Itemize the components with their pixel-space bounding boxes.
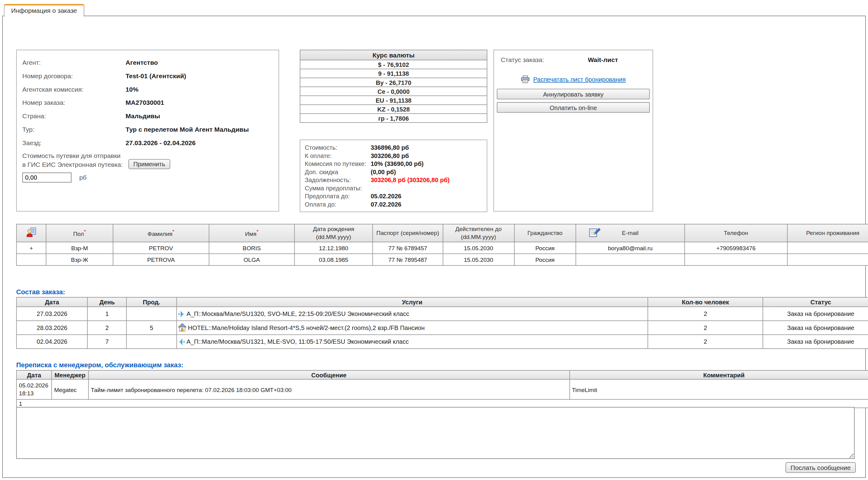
debt-label: Задолженность: (305, 177, 371, 183)
tourist-email: borya80@mail.ru (576, 242, 685, 253)
eis-cost-label: Стоимость путевки для отправки в ГИС ЕИС… (22, 152, 123, 169)
tourist-passport: 77 № 7895487 (373, 253, 443, 265)
currency-rates-panel: Курс валюты $ - 76,9102 9 - 91,1138 By -… (300, 50, 487, 123)
tourist-passport: 77 № 6789457 (373, 242, 443, 253)
message-comment: TimeLimit (569, 380, 868, 400)
tourists-header-birthdate: Дата рождения (dd.MM.yyyy) (294, 224, 373, 242)
currency-rate: EU - 91,1138 (300, 96, 487, 104)
edit-tourists-icon[interactable] (589, 227, 601, 241)
currency-rate: $ - 76,9102 (300, 60, 487, 69)
apply-button[interactable]: Применить (128, 159, 170, 169)
agent-value: Агентство (126, 59, 158, 66)
prepayment-due-value: 05.02.2026 (371, 193, 401, 200)
tourist-citizenship: Россия (514, 242, 576, 253)
print-booking-sheet-link[interactable]: Распечатать лист бронирования (533, 76, 626, 83)
tourist-surname: PETROVA (113, 253, 209, 265)
currency-rate: By - 26,7170 (300, 78, 487, 87)
service-date: 28.03.2026 (17, 321, 88, 335)
message-date: 05.02.2026 18:13 (17, 380, 52, 400)
service-description: А_П::Москва/Мале/SU1320, SVO-MLE, 22:15-… (187, 310, 409, 317)
cancel-request-button[interactable]: Аннулировать заявку (497, 89, 650, 99)
tour-value: Тур с перелетом Мой Агент Мальдивы (126, 126, 249, 133)
cost-panel: Стоимость:336896,80 рб К оплате:303206,8… (300, 140, 487, 212)
tourists-header-citizenship: Гражданство (514, 224, 576, 242)
order-header-status: Статус (763, 297, 868, 307)
order-header-date: Дата (17, 297, 88, 307)
extra-discount-label: Доп. скидка (305, 168, 371, 175)
payment-due-label: Оплата до: (305, 201, 371, 207)
debt-value: 303206,8 рб (303206,80 рб) (371, 177, 450, 183)
service-row: 02.04.2026 7 ✈ А_П::Мале/Москва/SU1321, … (17, 335, 868, 349)
tourist-row: Взр-Ж PETROVA OLGA 03.08.1985 77 № 78954… (17, 253, 868, 265)
arrival-label: Заезд: (22, 140, 126, 146)
order-composition-table: Дата День Прод. Услуги Кол-во человек Ст… (16, 297, 868, 349)
order-composition-title: Состав заказа: (16, 288, 65, 296)
messages-header-comment: Комментарий (569, 370, 868, 379)
arrival-value: 27.03.2026 - 02.04.2026 (126, 140, 195, 146)
prepayment-due-label: Предоплата до: (305, 193, 371, 200)
voucher-commission-value: 10% (33690,00 рб) (371, 160, 424, 167)
tourist-expand-toggle[interactable]: + (17, 242, 46, 253)
printer-icon (521, 76, 533, 83)
service-people-count: 2 (648, 335, 763, 349)
service-day: 2 (88, 321, 127, 335)
service-status: Заказ на бронирование (763, 307, 868, 321)
tourist-person-icon (26, 232, 37, 238)
currency-rate: 9 - 91,1138 (300, 69, 487, 78)
message-row: 05.02.2026 18:13 Megatec Тайм-лимит забр… (17, 380, 868, 400)
new-message-textarea[interactable] (16, 407, 855, 459)
service-duration: 5 (126, 321, 176, 335)
commission-label: Агентская комиссия: (22, 86, 126, 93)
tourist-valid-until: 15.05.2030 (443, 253, 514, 265)
service-people-count: 2 (648, 307, 763, 321)
service-row: 27.03.2026 1 ✈ А_П::Москва/Мале/SU1320, … (17, 307, 868, 321)
to-pay-value: 303206,80 рб (371, 152, 409, 159)
tourist-valid-until: 15.05.2030 (443, 242, 514, 253)
tab-order-info[interactable]: Информация о заказе (4, 4, 84, 17)
eis-cost-input[interactable] (22, 173, 71, 183)
messages-table: Дата Менеджер Сообщение Комментарий 05.0… (16, 370, 868, 408)
tour-label: Тур: (22, 126, 126, 133)
plane-departure-icon: ✈ (178, 309, 185, 318)
voucher-commission-label: Комиссия по путевке: (305, 160, 371, 167)
currency-rate: Ce - 0,0000 (300, 87, 487, 96)
tourists-header-passport: Паспорт (серия/номер) (373, 224, 443, 242)
pay-online-button[interactable]: Оплатить on-line (497, 102, 650, 113)
message-manager: Megatec (52, 380, 88, 400)
service-people-count: 2 (648, 321, 763, 335)
currency-suffix-label: рб (79, 174, 87, 181)
tourist-birthdate: 12.12.1980 (294, 242, 373, 253)
tourist-name: OLGA (209, 253, 294, 265)
hotel-icon (178, 323, 186, 332)
prepayment-sum-label: Сумма предоплаты: (305, 184, 371, 191)
messages-pager[interactable]: 1 (17, 399, 868, 408)
order-header-services: Услуги (177, 297, 648, 307)
cost-label: Стоимость: (305, 144, 371, 151)
tourist-expand-toggle[interactable] (17, 253, 46, 265)
tourist-name: BORIS (209, 242, 294, 253)
order-status-badge: Wait-лист (588, 57, 618, 63)
main-frame: Агент:Агентство Номер договора:Test-01 (… (2, 16, 866, 478)
country-value: Мальдивы (126, 113, 160, 119)
order-number-label: Номер заказа: (22, 99, 126, 106)
currency-rate: гр - 1,7806 (300, 114, 487, 122)
agent-panel: Агент:Агентство Номер договора:Test-01 (… (16, 50, 279, 212)
tourist-birthdate: 03.08.1985 (294, 253, 373, 265)
tourists-header-region: Регион проживания (787, 224, 868, 242)
tourists-table: Пол* Фамилия* Имя* Дата рождения (dd.MM.… (16, 224, 868, 266)
messages-header-message: Сообщение (88, 370, 569, 379)
tourist-email (576, 253, 685, 265)
to-pay-label: К оплате: (305, 152, 371, 159)
tourist-row: + Взр-М PETROV BORIS 12.12.1980 77 № 678… (17, 242, 868, 253)
tourist-phone (685, 253, 787, 265)
tourists-header-valid-until: Действителен до (dd.MM.yyyy) (443, 224, 514, 242)
payment-due-value: 07.02.2026 (371, 201, 401, 207)
contract-label: Номер договора: (22, 73, 126, 80)
tourist-surname: PETROV (113, 242, 209, 253)
tourist-region (787, 242, 868, 253)
send-message-button[interactable]: Послать сообщение (785, 462, 856, 473)
service-status: Заказ на бронирование (763, 321, 868, 335)
service-day: 1 (88, 307, 127, 321)
tourists-header-icon-cell (17, 224, 46, 242)
tourist-phone: +79059983476 (685, 242, 787, 253)
